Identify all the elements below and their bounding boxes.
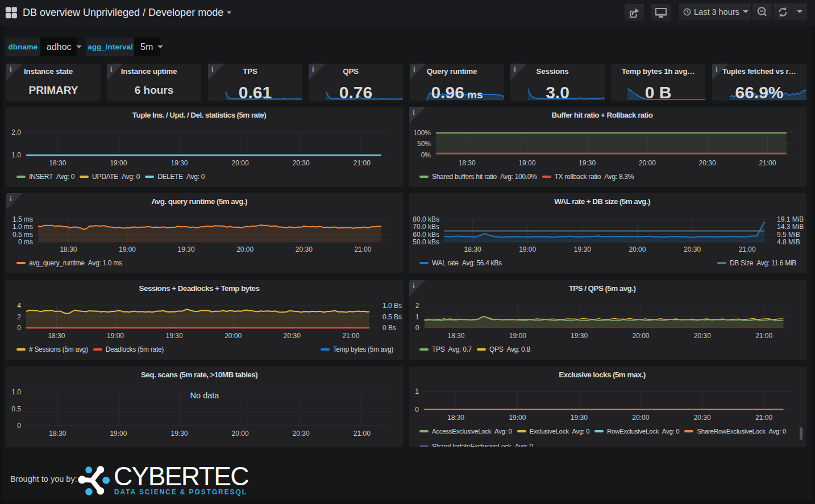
svg-text:19:30: 19:30 xyxy=(571,332,588,340)
svg-text:1: 1 xyxy=(415,388,419,395)
svg-text:4: 4 xyxy=(17,302,21,310)
svg-text:1: 1 xyxy=(415,313,419,321)
svg-text:50%: 50% xyxy=(417,140,431,148)
svg-text:18:30: 18:30 xyxy=(60,245,77,253)
svg-text:2: 2 xyxy=(17,313,21,321)
svg-text:19:30: 19:30 xyxy=(171,159,188,167)
svg-text:20:00: 20:00 xyxy=(639,159,656,167)
svg-text:20:30: 20:30 xyxy=(699,159,716,167)
svg-text:19:00: 19:00 xyxy=(107,332,124,340)
svg-text:0.5 ms: 0.5 ms xyxy=(13,231,33,239)
svg-text:19.1 MiB: 19.1 MiB xyxy=(777,215,804,223)
svg-text:19:00: 19:00 xyxy=(518,159,535,167)
svg-text:2: 2 xyxy=(415,302,419,310)
svg-text:20:00: 20:00 xyxy=(232,430,249,438)
svg-text:100%: 100% xyxy=(413,129,431,137)
svg-text:0: 0 xyxy=(17,422,21,430)
svg-text:0: 0 xyxy=(415,324,419,332)
svg-text:19:30: 19:30 xyxy=(574,245,591,253)
svg-text:18:30: 18:30 xyxy=(447,332,464,340)
svg-text:19:00: 19:00 xyxy=(119,245,136,253)
svg-text:19:00: 19:00 xyxy=(509,332,526,340)
svg-text:19:30: 19:30 xyxy=(579,159,596,167)
svg-text:20:30: 20:30 xyxy=(684,245,701,253)
svg-text:50.0 kBs: 50.0 kBs xyxy=(413,238,439,246)
svg-text:20:30: 20:30 xyxy=(293,159,310,167)
svg-text:60.0 kBs: 60.0 kBs xyxy=(413,231,439,239)
svg-text:20:30: 20:30 xyxy=(296,245,313,253)
svg-text:20:30: 20:30 xyxy=(694,332,711,340)
svg-text:20:00: 20:00 xyxy=(629,245,646,253)
svg-text:0.5: 0.5 xyxy=(11,405,21,413)
svg-text:20:00: 20:00 xyxy=(224,332,242,340)
svg-text:18:30: 18:30 xyxy=(447,414,464,422)
svg-text:20:00: 20:00 xyxy=(632,332,649,340)
svg-text:4.8 MiB: 4.8 MiB xyxy=(777,238,800,246)
svg-text:19:30: 19:30 xyxy=(571,414,588,422)
svg-text:2.0: 2.0 xyxy=(11,128,21,136)
svg-text:21:00: 21:00 xyxy=(354,245,371,253)
svg-text:1.0: 1.0 xyxy=(11,151,21,159)
svg-text:21:00: 21:00 xyxy=(342,332,359,340)
svg-text:18:30: 18:30 xyxy=(49,159,66,167)
svg-text:1.0: 1.0 xyxy=(11,388,21,396)
svg-text:18:30: 18:30 xyxy=(48,332,65,340)
svg-text:20:00: 20:00 xyxy=(232,159,249,167)
svg-text:14.3 MiB: 14.3 MiB xyxy=(777,223,804,231)
svg-text:18:30: 18:30 xyxy=(459,159,476,167)
svg-text:21:00: 21:00 xyxy=(739,245,756,253)
svg-text:18:30: 18:30 xyxy=(464,245,481,253)
svg-text:20:00: 20:00 xyxy=(236,245,253,253)
svg-text:20:00: 20:00 xyxy=(632,414,649,422)
svg-text:0: 0 xyxy=(17,324,21,332)
svg-text:18:30: 18:30 xyxy=(49,430,66,438)
svg-text:19:30: 19:30 xyxy=(171,430,188,438)
svg-text:1.5 ms: 1.5 ms xyxy=(13,215,33,223)
svg-text:19:00: 19:00 xyxy=(519,245,536,253)
svg-text:No data: No data xyxy=(190,391,220,400)
svg-text:19:30: 19:30 xyxy=(166,332,183,340)
svg-text:1.0 Bs: 1.0 Bs xyxy=(382,302,402,310)
svg-text:0.5 Bs: 0.5 Bs xyxy=(382,313,402,321)
svg-text:20:30: 20:30 xyxy=(293,430,310,438)
svg-text:19:00: 19:00 xyxy=(110,159,127,167)
svg-text:19:00: 19:00 xyxy=(110,430,127,438)
svg-text:0 ms: 0 ms xyxy=(18,238,33,246)
svg-text:21:00: 21:00 xyxy=(354,430,371,438)
svg-text:21:00: 21:00 xyxy=(755,414,772,422)
svg-text:0 Bs: 0 Bs xyxy=(382,324,396,332)
svg-text:19:30: 19:30 xyxy=(178,245,195,253)
svg-text:21:00: 21:00 xyxy=(354,159,371,167)
svg-text:20:30: 20:30 xyxy=(694,414,711,422)
svg-text:0%: 0% xyxy=(421,151,431,159)
svg-text:70.0 kBs: 70.0 kBs xyxy=(413,223,439,231)
svg-text:9.5 MiB: 9.5 MiB xyxy=(777,231,800,239)
svg-text:20:30: 20:30 xyxy=(284,332,301,340)
svg-text:21:00: 21:00 xyxy=(755,332,772,340)
svg-text:21:00: 21:00 xyxy=(759,159,776,167)
svg-text:19:00: 19:00 xyxy=(509,414,526,422)
svg-text:1.0 ms: 1.0 ms xyxy=(13,223,33,231)
svg-text:80.0 kBs: 80.0 kBs xyxy=(413,215,439,223)
svg-text:0: 0 xyxy=(415,406,419,414)
